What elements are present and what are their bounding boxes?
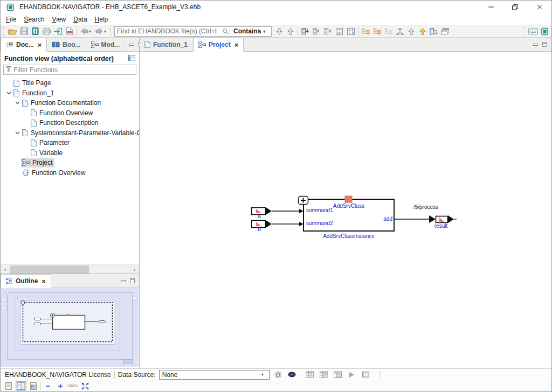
- calibration-window-icon[interactable]: [305, 369, 315, 380]
- scrollbar-thumb[interactable]: [10, 265, 89, 274]
- go-to-top-icon[interactable]: [417, 26, 428, 37]
- window-controls: [479, 1, 551, 13]
- back-history-icon[interactable]: ▾: [89, 29, 94, 34]
- open-file-icon[interactable]: [7, 26, 18, 37]
- close-tab-icon[interactable]: ×: [234, 41, 239, 48]
- print-icon[interactable]: [41, 26, 52, 37]
- tree-item-title-page[interactable]: Title Page: [1, 78, 139, 88]
- pdf-export-icon[interactable]: [64, 26, 75, 37]
- tab-outline[interactable]: Outline ×: [1, 274, 51, 288]
- next-view-icon[interactable]: [322, 26, 334, 37]
- fit-to-screen-icon[interactable]: [80, 381, 91, 391]
- search-model-icon[interactable]: [428, 26, 439, 37]
- keyboard-shortcuts-icon[interactable]: [527, 26, 539, 37]
- contains-dropdown[interactable]: Contains ▾: [230, 26, 272, 37]
- save-icon[interactable]: [18, 26, 30, 37]
- search-parameter-icon[interactable]: [360, 26, 371, 37]
- minimize-window-button[interactable]: [479, 1, 503, 13]
- ehandbook-logo-icon[interactable]: [539, 26, 550, 37]
- zoom-100-icon[interactable]: 100%: [67, 381, 78, 391]
- show-dependencies-icon[interactable]: [394, 26, 405, 37]
- settings-gear-icon[interactable]: [273, 369, 284, 380]
- show-document-icon[interactable]: [334, 26, 345, 37]
- search-function-icon[interactable]: [383, 26, 394, 37]
- more-handle-icon[interactable]: [375, 369, 385, 380]
- menu-view[interactable]: View: [48, 15, 70, 24]
- project-diagram-canvas[interactable]: AddSrvClass summand1 summand2 add a b /5…: [140, 52, 551, 368]
- app-logo-icon: [4, 2, 16, 13]
- tree-item-function-documentation[interactable]: Function Documentation: [1, 98, 139, 108]
- ehandbook-info-icon[interactable]: [30, 26, 41, 37]
- find-previous-icon[interactable]: [285, 26, 296, 37]
- data-lens-icon[interactable]: [287, 369, 298, 380]
- menu-file[interactable]: File: [2, 15, 20, 24]
- single-page-view-icon[interactable]: [3, 381, 14, 391]
- tab-bookmarks[interactable]: Boo...: [47, 38, 86, 51]
- close-tab-icon[interactable]: ×: [42, 278, 46, 285]
- chevron-down-icon[interactable]: [13, 101, 21, 104]
- breakpoint-marker[interactable]: [345, 196, 352, 202]
- toolbar-drag-handle[interactable]: [3, 27, 6, 36]
- previous-view-icon[interactable]: [311, 26, 322, 37]
- chevron-down-icon[interactable]: [5, 92, 12, 95]
- view-menu-icon[interactable]: [128, 55, 136, 62]
- tab-models[interactable]: Mod...: [86, 38, 126, 51]
- show-table-icon[interactable]: [345, 26, 356, 37]
- filter-icon: [6, 66, 11, 74]
- tree-item-function-description[interactable]: Function Description: [1, 118, 139, 128]
- scroll-left-icon[interactable]: ‹: [1, 265, 10, 274]
- export-icon[interactable]: [52, 26, 64, 37]
- show-hierarchy-icon[interactable]: [300, 26, 311, 37]
- menu-data[interactable]: Data: [70, 15, 91, 24]
- menu-search[interactable]: Search: [20, 15, 48, 24]
- tree-item-project[interactable]: Project: [1, 158, 139, 168]
- chevron-down-icon[interactable]: [13, 131, 21, 135]
- search-icon[interactable]: [220, 26, 230, 37]
- thumbnail-view-icon[interactable]: [28, 381, 39, 391]
- source-b-connector[interactable]: [252, 220, 272, 228]
- view-toolbar: − + 100%: [1, 380, 551, 391]
- filter-functions-input[interactable]: [13, 66, 134, 74]
- maximize-panel-icon[interactable]: [542, 41, 547, 48]
- two-page-view-icon[interactable]: [16, 381, 26, 391]
- tree-horizontal-scrollbar[interactable]: ‹ ›: [1, 264, 139, 274]
- restore-window-button[interactable]: [503, 1, 527, 13]
- tree-item-parameter[interactable]: Parameter: [1, 138, 139, 148]
- minimize-panel-icon[interactable]: [129, 41, 134, 48]
- source-a-connector[interactable]: [252, 207, 272, 215]
- open-in-window-icon[interactable]: [439, 26, 451, 37]
- tree-item-function-overview-model[interactable]: Function Overview: [1, 168, 139, 178]
- back-icon[interactable]: [79, 26, 90, 37]
- minimize-panel-icon[interactable]: [533, 41, 538, 48]
- close-tab-icon[interactable]: ×: [38, 41, 42, 48]
- outline-minimap[interactable]: [1, 288, 139, 368]
- tab-project[interactable]: Project ×: [193, 38, 244, 52]
- navigate-up-icon[interactable]: [405, 26, 417, 37]
- tab-function-1[interactable]: Function_1: [140, 38, 193, 51]
- tab-label: Outline: [16, 277, 38, 285]
- forward-history-icon[interactable]: ▾: [104, 29, 109, 34]
- zoom-in-icon[interactable]: +: [55, 381, 66, 391]
- search-variable-icon[interactable]: [371, 26, 383, 37]
- minimize-panel-icon[interactable]: [121, 277, 126, 285]
- forward-icon[interactable]: [94, 26, 105, 37]
- find-next-icon[interactable]: [273, 26, 285, 37]
- tree-item-systemconstant[interactable]: Systemconstant-Parameter-Variable-Cl: [1, 128, 139, 138]
- start-visualization-icon[interactable]: [347, 369, 357, 380]
- scroll-right-icon[interactable]: ›: [130, 265, 139, 274]
- sink-result-connector[interactable]: [429, 215, 457, 223]
- tree-item-function-1[interactable]: Function_1: [1, 88, 139, 99]
- maximize-panel-icon[interactable]: [130, 277, 135, 285]
- stop-visualization-icon[interactable]: [361, 369, 371, 380]
- measurement-window-icon[interactable]: [319, 369, 329, 380]
- menu-help[interactable]: Help: [91, 15, 112, 24]
- experiment-window-icon[interactable]: [333, 369, 343, 380]
- zoom-out-icon[interactable]: −: [43, 381, 53, 391]
- tree-item-variable[interactable]: Variable: [1, 148, 139, 158]
- tab-documentation[interactable]: Doc... ×: [1, 38, 47, 52]
- tree-item-function-overview[interactable]: Function Overview: [1, 108, 139, 118]
- data-source-dropdown[interactable]: None ▾: [159, 370, 270, 380]
- find-input[interactable]: [115, 27, 220, 36]
- close-window-button[interactable]: [527, 1, 551, 13]
- document-icon: [13, 80, 19, 87]
